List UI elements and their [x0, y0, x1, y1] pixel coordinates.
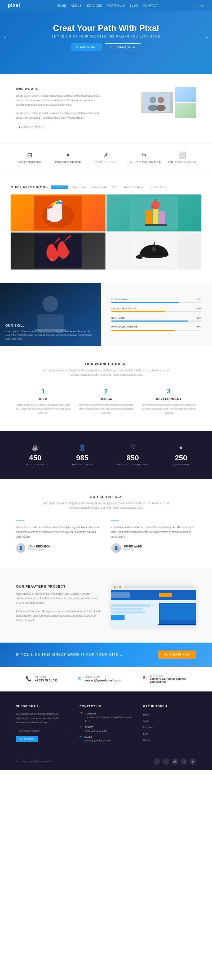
nav-links: Home About Services Portfolio Blog Conta… [57, 4, 158, 7]
social-pinterest[interactable]: p [190, 758, 196, 765]
purchase-hero-button[interactable]: PURCHASE NOW [105, 43, 141, 51]
feature-pixal-perfect: A Pixal Perfect [87, 152, 125, 164]
feature-fully-responsive: ⬜ Fully Responsive [163, 151, 201, 164]
hero-content: Creat Your Path With Pixal BE THE BIG OF… [52, 23, 161, 51]
who-small-image-2 [175, 103, 196, 118]
footer-link-home[interactable]: Home [143, 713, 149, 716]
hero-prev-arrow[interactable]: ‹ [4, 34, 6, 40]
see-video-button[interactable]: ▶ SEE OUR VIDEO [16, 124, 47, 130]
author-role-1: Chief Designer [28, 548, 50, 550]
footer-link-contact[interactable]: Contact [143, 739, 151, 741]
work-item-hat[interactable] [106, 232, 201, 269]
purchase-banner-text: IF YOU LIKE THIS GREAT WORK IT FOR YOUR … [16, 652, 122, 657]
hero-next-arrow[interactable]: › [206, 34, 208, 40]
stat-number-1: 985 [72, 454, 93, 462]
social-google[interactable]: g+ [172, 758, 178, 765]
happy-client-icon: 👤 [72, 444, 93, 451]
social-facebook[interactable]: f [154, 758, 160, 765]
email-icon: ✉ [77, 676, 81, 682]
stat-projects: ♡ 850 PROJECT COMPLETED [117, 444, 148, 466]
twitter-icon-nav[interactable]: t [198, 4, 198, 7]
footer-link-about[interactable]: About [143, 720, 149, 722]
hero-section: ‹ Creat Your Path With Pixal BE THE BIG … [0, 0, 212, 74]
work-process-section: OUR WORK PROCESS Nam ligula arcu lorem f… [0, 346, 212, 431]
stat-label-1: HAPPY CLIENT [72, 463, 93, 466]
tab-branding[interactable]: BRANDING [70, 186, 87, 189]
nav-contact[interactable]: Contact [143, 4, 158, 7]
social-linkedin[interactable]: in [181, 758, 187, 765]
email-label: SEND EMAIL [85, 676, 121, 679]
testimonial-1: Lorem ipsum dolor sit amet, consectetur … [16, 520, 101, 553]
svg-point-3 [158, 97, 164, 103]
coffee-icon: ☕ [23, 444, 47, 451]
purchase-now-button[interactable]: PURCHASE NOW [158, 651, 196, 659]
featured-text-1: Nam ligula arcu lorem feugiat Vestibulum… [16, 592, 101, 605]
skill-bar-percent-1: 60% [197, 307, 201, 310]
nav-services[interactable]: Services [87, 4, 102, 7]
tab-illustration[interactable]: ILLUSTRATION [147, 186, 169, 189]
learn-more-button[interactable]: LEARN MORE [71, 43, 102, 51]
svg-point-4 [156, 105, 165, 111]
svg-rect-30 [159, 593, 172, 597]
step-title-3: Development [141, 397, 196, 401]
footer-link-portfolio[interactable]: Portfolio [143, 726, 152, 729]
footer-phone-icon: 📞 [79, 725, 83, 729]
social-twitter[interactable]: t [163, 758, 169, 765]
feature-label-3: Highly Customizable [125, 161, 163, 164]
testimonial-text-1: Lorem ipsum dolor sit amet, consectetur … [16, 525, 101, 539]
tab-photography[interactable]: PHOTOGRAPHY [122, 186, 145, 189]
svg-rect-29 [111, 592, 130, 598]
svg-rect-32 [111, 608, 143, 610]
subscribe-text: Lorem ipsum dolor sit amet, consectetur … [16, 712, 69, 725]
browser-dot-yellow [117, 586, 118, 588]
process-step-3: 3 Development Lorem ipsum dolor sit amet… [141, 388, 196, 415]
svg-point-17 [50, 259, 53, 261]
browser-bar [111, 584, 196, 590]
highly-customizable-icon: ✂ [125, 151, 163, 159]
client-say-section: OUR CLIENT SAY Nam ligula arcu lorem feu… [0, 479, 212, 569]
email-value: contact@yourdomain.com [85, 679, 121, 682]
featured-title: OUR FEAUTERS PROJECT [16, 584, 101, 589]
footer-social-icons: f t g+ in p [154, 758, 196, 765]
work-item-chili[interactable] [11, 232, 106, 269]
feature-label-4: Fully Responsive [163, 161, 201, 164]
footer-subscribe-col: SUBSCIBE US Lorem ipsum dolor sit amet, … [16, 705, 69, 745]
stat-coffee: ☕ 450 CUPS OF COFFEE [23, 444, 47, 466]
nav-home[interactable]: Home [57, 4, 66, 7]
skill-title: OUR SKILL [5, 324, 95, 328]
nav-about[interactable]: About [71, 4, 81, 7]
phone-value: +1 713 85 41 031 [35, 679, 58, 682]
nav-blog[interactable]: Blog [130, 4, 138, 7]
footer-link-blog[interactable]: Blog [143, 732, 148, 735]
facebook-icon-nav[interactable]: f [194, 4, 195, 7]
stat-awards: ★ 250 WIN AWARD [173, 444, 189, 466]
latest-work-section: OUR LATEST WORK ALL WORK BRANDING MARKET… [0, 172, 212, 283]
projects-icon: ♡ [117, 444, 148, 451]
award-icon: ★ [173, 444, 189, 451]
address-value: add here your office address addressline… [150, 678, 186, 683]
tab-market-app[interactable]: MARKET APP [89, 186, 109, 189]
tab-web[interactable]: WEB [111, 186, 120, 189]
step-number-2: 2 [79, 388, 133, 395]
stat-label-0: CUPS OF COFFEE [23, 463, 47, 466]
process-step-1: 1 Idea Lorem ipsum dolor sit amet, conse… [16, 388, 71, 415]
footer-contact-title: CONTACT US [79, 705, 133, 708]
tab-all-work[interactable]: ALL WORK [51, 186, 68, 189]
brand-logo[interactable]: pixal [8, 3, 20, 8]
subscribe-title: SUBSCIBE US [16, 705, 69, 708]
stat-number-0: 450 [23, 454, 47, 462]
footer-grid: SUBSCIBE US Lorem ipsum dolor sit amet, … [16, 705, 196, 745]
google-icon-nav[interactable]: g+ [200, 4, 204, 7]
feature-highly-customizable: ✂ Highly Customizable [125, 151, 163, 164]
work-item-hands[interactable] [11, 194, 106, 231]
work-process-desc: Nam ligula arcu lorem feugiat Vestibulum… [40, 368, 172, 377]
subscribe-email-input[interactable] [16, 728, 69, 734]
work-item-books[interactable] [106, 194, 201, 231]
nav-portfolio[interactable]: Portfolio [107, 4, 125, 7]
process-steps: 1 Idea Lorem ipsum dolor sit amet, conse… [16, 388, 196, 415]
stat-clients: 👤 985 HAPPY CLIENT [72, 444, 93, 466]
subscribe-button[interactable]: SUBSCRIBE [16, 736, 38, 742]
footer-copyright: © 2016 pixal | All Rights Reserved [16, 760, 52, 763]
testimonial-text-2: Lorem ipsum dolor sit amet, consectetur … [111, 525, 196, 539]
who-images [111, 87, 196, 118]
